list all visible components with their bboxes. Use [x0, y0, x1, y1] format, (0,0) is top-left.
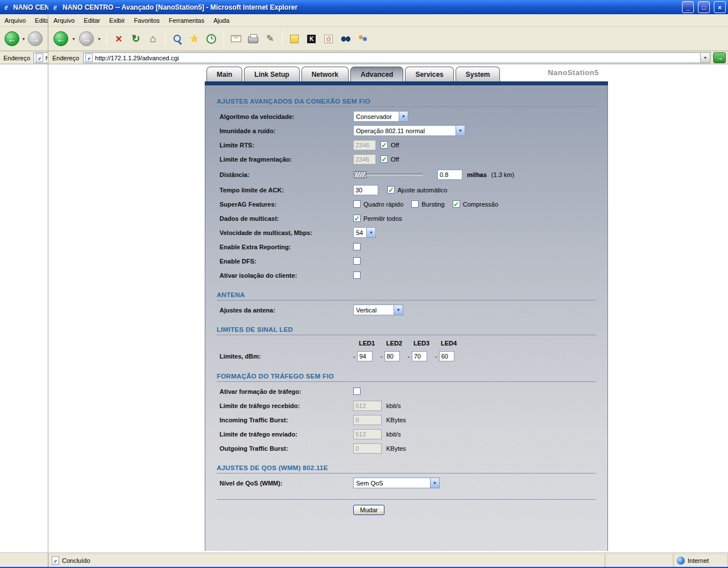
mail-button[interactable]: [229, 31, 243, 46]
forward-button[interactable]: →: [79, 31, 94, 46]
change-button[interactable]: Mudar: [353, 505, 384, 515]
distance-slider[interactable]: [353, 174, 423, 175]
rate-algorithm-select[interactable]: Conservador ▼: [353, 111, 408, 122]
incoming-limit-input[interactable]: [353, 401, 382, 411]
tab-network[interactable]: Network: [301, 67, 349, 81]
tab-services[interactable]: Services: [405, 67, 453, 81]
web-page-addon-button[interactable]: @: [322, 31, 336, 46]
distance-input[interactable]: [437, 170, 462, 180]
chevron-down-icon: ▼: [366, 228, 375, 237]
back-dropdown-icon[interactable]: ▼: [22, 37, 26, 41]
tab-main[interactable]: Main: [206, 67, 242, 81]
edit-button[interactable]: ✎: [263, 31, 277, 46]
menu-arquivo-back[interactable]: Arquivo: [0, 15, 30, 26]
stop-button[interactable]: ×: [112, 31, 126, 46]
antenna-select[interactable]: Vertical ▼: [353, 304, 403, 315]
ack-auto-checkbox[interactable]: [387, 186, 395, 194]
page-icon: e: [52, 556, 59, 565]
submit-row: Mudar: [205, 505, 607, 515]
brand-label: NanoStation5: [548, 68, 599, 77]
section-heading-qos: AJUSTES DE QOS (WMM) 802.11E: [217, 464, 596, 474]
menu-ajuda[interactable]: Ajuda: [209, 15, 234, 26]
menu-ferramentas[interactable]: Ferramentas: [164, 15, 209, 26]
history-button[interactable]: [205, 31, 218, 46]
binoculars-icon: [341, 36, 351, 42]
forward-dropdown-icon[interactable]: ▼: [97, 37, 101, 41]
people-icon: [358, 35, 368, 43]
back-button[interactable]: ←: [5, 31, 19, 46]
noise-immunity-select[interactable]: Operação 802.11 normal ▼: [353, 125, 465, 136]
fast-frames-checkbox[interactable]: [353, 200, 361, 208]
address-text[interactable]: http://172.1.1.29/advanced.cgi: [95, 55, 698, 61]
multicast-rate-select[interactable]: 54 ▼: [353, 227, 376, 238]
menu-editar[interactable]: Editar: [79, 15, 105, 26]
slider-thumb[interactable]: [354, 171, 366, 178]
menu-editar-back[interactable]: Editar: [30, 15, 48, 26]
led2-input[interactable]: [384, 351, 400, 361]
back-dropdown-icon[interactable]: ▼: [72, 37, 76, 41]
k-addon-button[interactable]: K: [305, 31, 318, 46]
refresh-button[interactable]: ↻: [129, 31, 143, 46]
dfs-checkbox[interactable]: [353, 257, 361, 265]
row-antenna: Ajustes da antena: Vertical ▼: [205, 303, 607, 317]
ack-timeout-input[interactable]: [353, 185, 378, 195]
minimize-button[interactable]: _: [682, 1, 694, 13]
extra-reporting-checkbox[interactable]: [353, 243, 361, 250]
maximize-button[interactable]: □: [698, 1, 710, 13]
note-icon: [290, 35, 299, 43]
minus-sign: -: [380, 353, 383, 360]
airos-panel: Main Link Setup Network Advanced Service…: [205, 64, 608, 551]
print-button[interactable]: [246, 31, 260, 46]
messenger-button[interactable]: [356, 31, 370, 46]
research-button[interactable]: [339, 31, 353, 46]
led3-input[interactable]: [412, 351, 427, 361]
tab-system[interactable]: System: [456, 67, 500, 81]
address-field-back[interactable]: eh: [34, 52, 48, 63]
window-title: NANO CENTRO -- Avançado [NanoStation5] -…: [63, 3, 678, 11]
qos-level-select[interactable]: Sem QoS ▼: [353, 478, 440, 488]
title-bar: e NANO CEN e NANO CENTRO -- Avançado [Na…: [0, 0, 728, 14]
go-button[interactable]: →: [713, 52, 726, 63]
printer-icon: [248, 36, 258, 43]
outgoing-limit-input[interactable]: [353, 429, 382, 439]
field-label: Limite de fragmentação:: [220, 156, 353, 163]
compression-checkbox[interactable]: [453, 200, 460, 208]
back-button[interactable]: ←: [53, 31, 68, 46]
search-button[interactable]: [171, 31, 184, 46]
address-dropdown-icon[interactable]: ▼: [700, 53, 710, 63]
bursting-checkbox[interactable]: [411, 200, 419, 208]
chevron-down-icon: ▼: [394, 305, 403, 315]
shaping-enable-checkbox[interactable]: [353, 388, 361, 395]
tab-link-setup[interactable]: Link Setup: [244, 67, 299, 81]
front-window-titlebar: e NANO CENTRO -- Avançado [NanoStation5]…: [48, 0, 728, 14]
rts-off-checkbox[interactable]: [380, 141, 388, 149]
close-button[interactable]: ×: [714, 1, 726, 13]
led1-input[interactable]: [357, 351, 373, 361]
distance-km-label: (1.3 km): [491, 171, 514, 178]
unit-label: kbit/s: [386, 431, 401, 438]
row-led-headers: LED1 LED2 LED3 LED4: [205, 337, 607, 349]
page-content: Main Link Setup Network Advanced Service…: [0, 64, 728, 553]
tab-bar: Main Link Setup Network Advanced Service…: [205, 64, 608, 81]
tab-advanced[interactable]: Advanced: [350, 67, 403, 81]
rts-limit-input[interactable]: [353, 140, 376, 150]
frag-off-checkbox[interactable]: [380, 155, 388, 163]
multicast-allow-checkbox[interactable]: [353, 215, 361, 222]
window-edge-seam: [48, 14, 48, 567]
forward-button[interactable]: →: [28, 31, 43, 46]
led3-header: LED3: [408, 340, 435, 347]
menu-arquivo[interactable]: Arquivo: [49, 15, 79, 26]
outgoing-burst-input[interactable]: [353, 443, 382, 454]
client-isolation-checkbox[interactable]: [353, 271, 361, 279]
home-button[interactable]: ⌂: [146, 31, 160, 46]
row-noise-immunity: Imunidade a ruído: Operação 802.11 norma…: [205, 124, 607, 138]
led4-input[interactable]: [439, 351, 454, 361]
menu-favoritos[interactable]: Favoritos: [130, 15, 164, 26]
favorites-button[interactable]: ★: [188, 31, 201, 46]
notes-button[interactable]: [288, 31, 301, 46]
frag-limit-input[interactable]: [353, 154, 376, 164]
address-input[interactable]: e http://172.1.1.29/advanced.cgi ▼: [83, 52, 710, 63]
field-label: Nível de QoS (WMM):: [220, 480, 353, 487]
menu-exibir[interactable]: Exibir: [105, 15, 130, 26]
incoming-burst-input[interactable]: [353, 415, 382, 425]
